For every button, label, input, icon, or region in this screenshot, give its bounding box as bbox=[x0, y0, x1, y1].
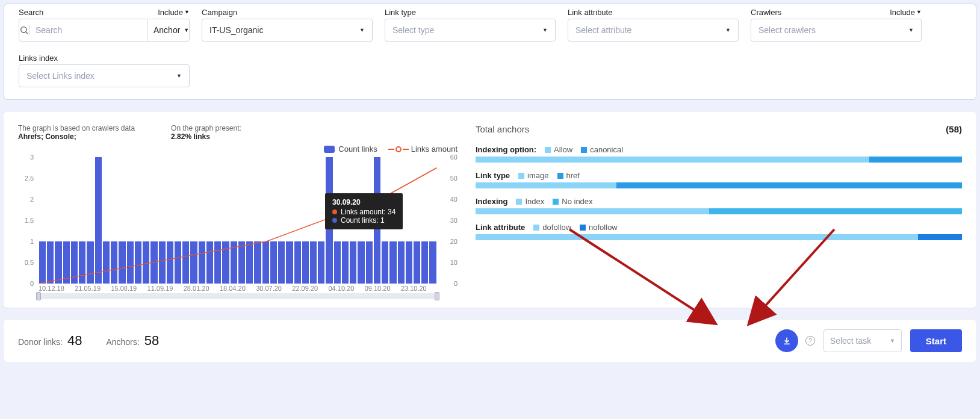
caret-down-icon: ▼ bbox=[916, 9, 922, 15]
filter-label: Crawlers bbox=[751, 8, 781, 17]
caret-down-icon: ▼ bbox=[184, 27, 189, 33]
y-axis-right: 6050403020100 bbox=[439, 157, 457, 284]
legend-count-links[interactable]: Count links bbox=[324, 144, 377, 154]
caret-down-icon: ▼ bbox=[184, 9, 190, 15]
filter-crawlers: Crawlers Include ▼ Select crawlers ▼ bbox=[751, 5, 922, 42]
help-icon[interactable]: ? bbox=[805, 336, 815, 346]
legend-links-amount[interactable]: Links amount bbox=[388, 144, 457, 154]
chart-tooltip: 30.09.20 Links amount: 34 Count links: 1 bbox=[325, 193, 403, 229]
filter-label: Links index bbox=[19, 54, 58, 63]
filter-link-attribute: Link attribute Select attribute ▼ bbox=[568, 5, 739, 42]
scrubber-handle-left[interactable] bbox=[36, 292, 41, 300]
legend-line-icon bbox=[388, 146, 409, 152]
filter-search: Search Include ▼ Anchor ▼ bbox=[19, 5, 190, 42]
filter-link-type: Link type Select type ▼ bbox=[385, 5, 556, 42]
metric-row: Link attributedofollownofollow bbox=[476, 223, 962, 240]
svg-point-0 bbox=[21, 27, 26, 33]
include-toggle[interactable]: Include ▼ bbox=[158, 8, 190, 17]
crawlers-select[interactable]: Select crawlers ▼ bbox=[751, 19, 922, 42]
tooltip-dot-icon bbox=[332, 210, 337, 214]
y-axis-left: 32.521.510.50 bbox=[18, 157, 36, 284]
chart-panel: The graph is based on crawlers dataAhref… bbox=[4, 112, 976, 308]
filter-label: Link attribute bbox=[568, 8, 612, 17]
metric-bar[interactable] bbox=[476, 234, 962, 240]
caret-down-icon: ▼ bbox=[542, 27, 548, 33]
bottom-panel: Donor links:48 Anchors:58 ? Select task … bbox=[4, 320, 976, 362]
anchors-summary: Total anchors (58) Indexing option:Allow… bbox=[476, 124, 962, 296]
chart-plot[interactable]: 32.521.510.50 6050403020100 10.12.1821.0… bbox=[18, 157, 457, 296]
download-button[interactable] bbox=[775, 329, 798, 352]
legend-swatch-icon bbox=[324, 146, 335, 153]
search-input[interactable] bbox=[29, 19, 147, 41]
stat-donor-links: Donor links:48 bbox=[18, 333, 82, 349]
metric-bar[interactable] bbox=[476, 182, 962, 188]
caret-down-icon: ▼ bbox=[890, 338, 895, 344]
task-select[interactable]: Select task ▼ bbox=[823, 329, 902, 352]
link-type-select[interactable]: Select type ▼ bbox=[385, 19, 556, 42]
filters-panel: Search Include ▼ Anchor ▼ Campaign bbox=[4, 4, 976, 100]
caret-down-icon: ▼ bbox=[359, 27, 365, 33]
anchors-title: Total anchors bbox=[476, 124, 529, 134]
links-index-select[interactable]: Select Links index ▼ bbox=[19, 64, 190, 87]
range-scrubber[interactable] bbox=[39, 293, 437, 299]
download-icon bbox=[782, 336, 792, 346]
caret-down-icon: ▼ bbox=[725, 27, 731, 33]
filter-label: Campaign bbox=[202, 8, 237, 17]
search-field: Anchor ▼ bbox=[19, 19, 190, 42]
filter-label: Search bbox=[19, 8, 43, 17]
caret-down-icon: ▼ bbox=[176, 73, 182, 79]
start-button[interactable]: Start bbox=[910, 329, 962, 352]
search-icon-box[interactable] bbox=[19, 25, 29, 35]
metric-row: Indexing option:Allowcanonical bbox=[476, 145, 962, 163]
campaign-select[interactable]: IT-US_organic ▼ bbox=[202, 19, 373, 42]
filter-links-index: Links index Select Links index ▼ bbox=[19, 51, 190, 87]
anchor-dropdown[interactable]: Anchor ▼ bbox=[147, 19, 195, 41]
filter-label: Link type bbox=[385, 8, 416, 17]
filter-campaign: Campaign IT-US_organic ▼ bbox=[202, 5, 373, 42]
include-toggle[interactable]: Include ▼ bbox=[890, 8, 922, 17]
search-icon bbox=[19, 25, 29, 35]
metric-row: Link typeimagehref bbox=[476, 171, 962, 188]
metric-bar[interactable] bbox=[476, 208, 962, 214]
caret-down-icon: ▼ bbox=[908, 27, 914, 33]
metric-row: IndexingIndexNo index bbox=[476, 197, 962, 214]
metric-bar[interactable] bbox=[476, 157, 962, 163]
chart-area: The graph is based on crawlers dataAhref… bbox=[18, 124, 457, 296]
stat-anchors: Anchors:58 bbox=[106, 333, 159, 349]
svg-line-1 bbox=[26, 32, 28, 34]
anchors-count: (58) bbox=[946, 124, 962, 134]
link-attribute-select[interactable]: Select attribute ▼ bbox=[568, 19, 739, 42]
tooltip-dot-icon bbox=[332, 218, 337, 223]
scrubber-handle-right[interactable] bbox=[435, 292, 439, 300]
